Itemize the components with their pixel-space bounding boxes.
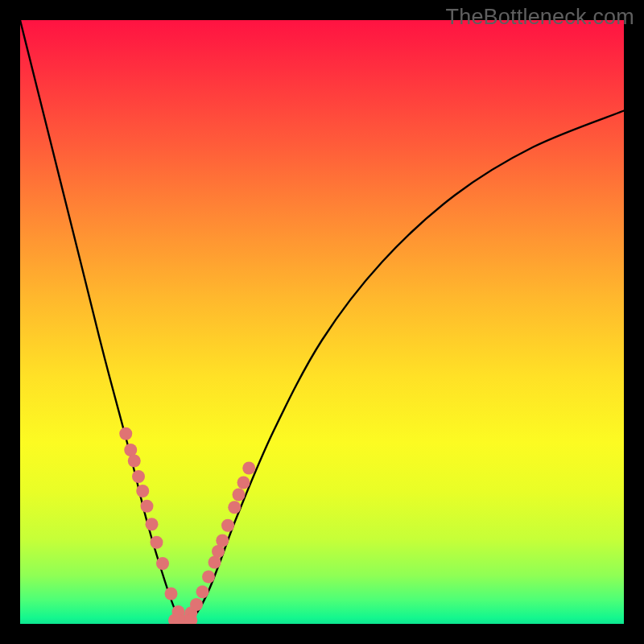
data-dot — [136, 485, 149, 497]
data-dot — [216, 535, 229, 547]
data-dot — [190, 598, 203, 611]
data-dot — [233, 489, 246, 502]
data-dot — [242, 462, 255, 475]
dots-right-cluster — [184, 462, 255, 620]
data-dot — [165, 588, 178, 601]
data-dot — [237, 477, 250, 489]
chart-frame: TheBottleneck.com — [0, 0, 644, 644]
chart-svg — [20, 20, 624, 624]
data-dot — [228, 501, 241, 514]
dots-bottom-cluster — [168, 614, 197, 625]
plot-area — [20, 20, 624, 624]
data-dot — [221, 519, 234, 532]
data-dot — [202, 571, 215, 584]
data-dot — [146, 518, 159, 530]
dots-left-cluster — [119, 427, 184, 618]
data-dot — [132, 470, 145, 483]
data-dot — [156, 557, 169, 570]
bottleneck-curve — [20, 20, 624, 621]
data-dot — [151, 536, 163, 549]
watermark-text: TheBottleneck.com — [445, 5, 634, 30]
data-dot — [128, 455, 141, 468]
data-dot — [141, 500, 154, 513]
data-dot — [119, 427, 132, 440]
data-dot — [196, 585, 209, 598]
